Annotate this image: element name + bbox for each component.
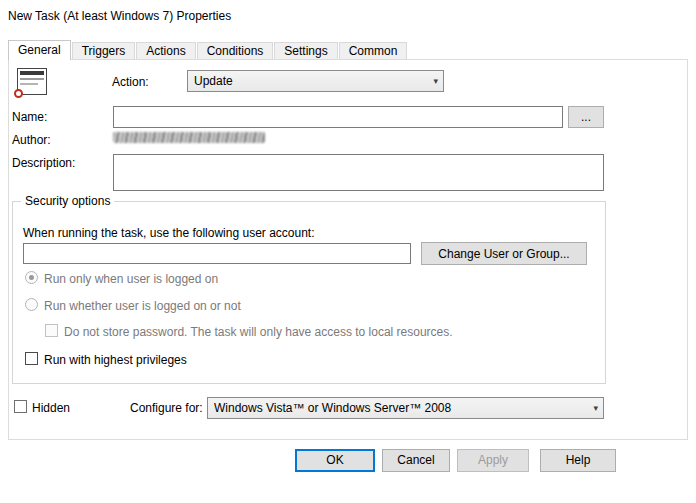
apply-button[interactable]: Apply [457,449,529,472]
tab-triggers[interactable]: Triggers [72,42,136,59]
tab-general[interactable]: General [8,40,71,60]
user-account-input[interactable] [23,243,411,264]
change-user-or-group-button[interactable]: Change User or Group... [421,242,587,265]
checkbox-hidden-label: Hidden [32,401,70,415]
radio-run-only-when-logged-on[interactable] [25,271,38,284]
tab-actions[interactable]: Actions [136,42,195,59]
help-button[interactable]: Help [540,449,616,472]
radio-run-whether-logged-on-or-not-label: Run whether user is logged on or not [44,299,241,313]
author-label: Author: [12,133,51,147]
description-input[interactable] [113,154,604,191]
name-input[interactable] [113,106,563,128]
configure-for-selected-value: Windows Vista™ or Windows Server™ 2008 [214,401,451,415]
checkbox-run-with-highest-privileges[interactable] [25,352,38,365]
name-label: Name: [12,110,47,124]
checkbox-hidden[interactable] [14,400,27,413]
security-options-group: Security options When running the task, … [12,201,606,384]
tab-conditions[interactable]: Conditions [197,42,274,59]
cancel-button[interactable]: Cancel [382,449,450,472]
task-icon [17,68,47,95]
checkbox-do-not-store-password-label: Do not store password. The task will onl… [64,325,453,339]
author-value-redacted [113,132,265,143]
security-options-title: Security options [21,194,114,208]
ok-button[interactable]: OK [295,449,375,472]
window-title: New Task (At least Windows 7) Properties [8,9,231,23]
action-label: Action: [112,75,149,89]
description-label: Description: [12,156,75,170]
user-account-caption: When running the task, use the following… [23,226,315,240]
radio-run-whether-logged-on-or-not[interactable] [25,298,38,311]
clock-badge-icon [14,89,23,98]
action-selected-value: Update [194,74,233,88]
chevron-down-icon: ▾ [433,76,438,86]
tab-common[interactable]: Common [339,42,408,59]
configure-for-select[interactable]: Windows Vista™ or Windows Server™ 2008 ▾ [207,397,604,419]
general-tab-panel: Action: Update ▾ Name: ... Author: Descr… [8,59,688,440]
new-task-properties-dialog: New Task (At least Windows 7) Properties… [0,0,696,503]
checkbox-do-not-store-password[interactable] [45,324,58,337]
checkbox-run-with-highest-privileges-label: Run with highest privileges [44,353,187,367]
chevron-down-icon: ▾ [593,403,598,413]
tab-settings[interactable]: Settings [274,42,337,59]
radio-run-only-when-logged-on-label: Run only when user is logged on [44,272,218,286]
configure-for-label: Configure for: [130,401,203,415]
browse-button[interactable]: ... [568,106,604,128]
action-select[interactable]: Update ▾ [187,70,444,92]
tab-strip: General Triggers Actions Conditions Sett… [8,39,408,59]
